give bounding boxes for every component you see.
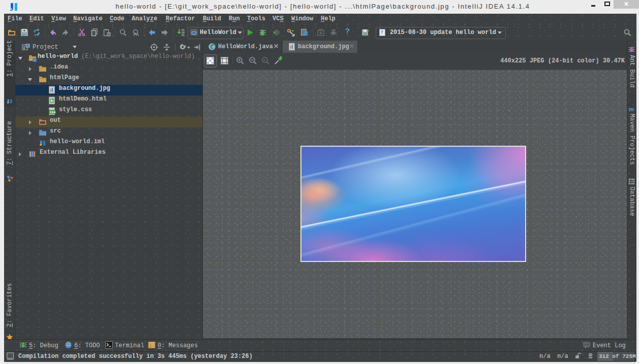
svg-text:css: css: [50, 110, 56, 114]
svg-text:1: 1: [263, 58, 265, 62]
svg-text:01: 01: [181, 34, 185, 37]
svg-text:?: ?: [381, 30, 383, 35]
svg-text:h: h: [51, 98, 53, 103]
